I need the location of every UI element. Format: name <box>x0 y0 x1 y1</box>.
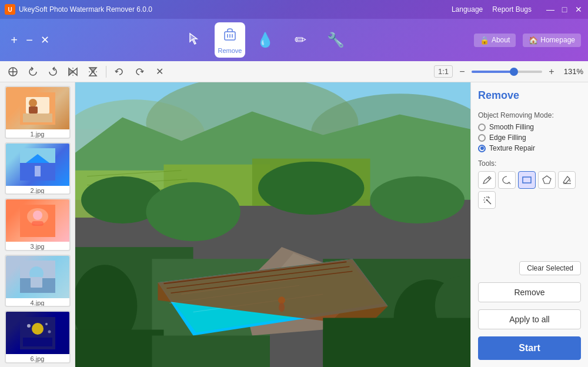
texture-repair-option[interactable]: Texture Repair <box>478 144 581 152</box>
tool-buttons: Remove 💧 ✏ 🔧 <box>59 22 472 58</box>
svg-point-24 <box>33 211 42 220</box>
toolbar-divider-1 <box>106 66 106 78</box>
cursor-tool-button[interactable] <box>5 64 21 80</box>
svg-rect-15 <box>23 114 52 122</box>
pen-tool-button[interactable]: ✏ <box>285 22 316 58</box>
about-button[interactable]: 🔒 About <box>474 34 516 47</box>
redo-button[interactable] <box>131 64 148 80</box>
right-panel: Remove Object Removing Mode: Smooth Fill… <box>470 82 588 367</box>
zoom-value: 131% <box>561 67 583 76</box>
lasso-draw-tool[interactable] <box>498 171 516 189</box>
svg-rect-73 <box>75 330 163 367</box>
file-buttons: + − ✕ <box>7 33 52 47</box>
panel-spacer <box>478 216 581 254</box>
zoom-out-button[interactable]: − <box>456 66 468 78</box>
thumbnail-4-image <box>6 256 69 298</box>
homepage-label: Homepage <box>540 36 575 44</box>
thumbnail-3[interactable]: 3.jpg <box>5 198 71 251</box>
minimize-button[interactable]: — <box>546 5 555 14</box>
app-logo: U <box>5 4 15 15</box>
start-button[interactable]: Start <box>478 336 581 360</box>
close-button[interactable]: ✕ <box>574 5 583 14</box>
svg-rect-74 <box>152 336 270 367</box>
rectangle-draw-tool[interactable] <box>518 171 536 189</box>
thumbnail-1-label: 1.jpg <box>6 129 69 139</box>
title-bar-right: Language Report Bugs — □ ✕ <box>452 5 583 14</box>
svg-rect-21 <box>35 166 41 176</box>
canvas-area[interactable] <box>75 82 470 367</box>
one-to-one-button[interactable]: 1:1 <box>434 65 453 78</box>
polygon-draw-tool[interactable] <box>538 171 556 189</box>
maximize-button[interactable]: □ <box>560 5 569 14</box>
edge-filling-radio[interactable] <box>478 134 486 142</box>
add-file-button[interactable]: + <box>7 33 21 47</box>
flip-vertical-button[interactable] <box>85 64 101 80</box>
fill-draw-tool[interactable] <box>558 171 576 189</box>
zoom-slider[interactable] <box>472 71 542 73</box>
thumbnail-3-image <box>6 199 69 242</box>
thumbnail-4-label: 4.jpg <box>6 298 69 308</box>
smooth-filling-label: Smooth Filling <box>489 123 534 131</box>
about-label: About <box>492 36 510 44</box>
zoom-in-button[interactable]: + <box>546 66 557 78</box>
undo-button[interactable] <box>111 64 128 80</box>
remove-tool-button[interactable]: Remove <box>215 22 245 58</box>
close-file-button[interactable]: ✕ <box>38 33 52 47</box>
homepage-button[interactable]: 🏠 Homepage <box>523 34 581 47</box>
title-bar: U UkeySoft Photo Watermark Remover 6.0.0… <box>0 0 588 19</box>
thumbnail-1[interactable]: 1.jpg <box>5 86 71 139</box>
svg-line-84 <box>485 198 486 199</box>
tools-section: Tools: <box>478 159 581 209</box>
thumbnail-3-label: 3.jpg <box>6 242 69 251</box>
report-bugs-link[interactable]: Report Bugs <box>492 5 532 14</box>
svg-line-85 <box>489 198 490 199</box>
thumbnail-6[interactable]: 6.jpg <box>5 311 71 363</box>
pen-draw-tool[interactable] <box>478 171 496 189</box>
svg-point-50 <box>258 162 365 215</box>
thumbnail-6-image <box>6 312 69 354</box>
drop-icon: 💧 <box>256 32 274 48</box>
remove-file-button[interactable]: − <box>22 33 36 47</box>
lock-icon: 🔒 <box>480 36 489 45</box>
select-icon <box>188 31 202 49</box>
svg-point-34 <box>45 323 48 325</box>
texture-repair-radio[interactable] <box>478 145 486 152</box>
clear-selected-button[interactable]: Clear Selected <box>519 261 581 275</box>
repair-tool-button[interactable]: 🔧 <box>320 22 351 58</box>
rotate-left-button[interactable] <box>25 64 41 80</box>
main-canvas <box>75 82 470 367</box>
svg-point-51 <box>370 176 464 223</box>
remove-button[interactable]: Remove <box>478 282 581 302</box>
svg-rect-29 <box>31 277 42 288</box>
remove-tool-label: Remove <box>218 47 242 54</box>
svg-point-49 <box>146 182 240 241</box>
svg-line-76 <box>488 178 490 179</box>
thumbnail-4[interactable]: 4.jpg <box>5 255 71 308</box>
repair-icon: 🔧 <box>327 32 345 48</box>
cancel-operation-button[interactable]: ✕ <box>151 64 168 80</box>
select-tool-button[interactable] <box>179 22 210 58</box>
texture-repair-label: Texture Repair <box>489 144 535 152</box>
edge-filling-label: Edge Filling <box>489 134 526 142</box>
svg-line-87 <box>488 196 489 198</box>
drop-tool-button[interactable]: 💧 <box>250 22 280 58</box>
thumbnail-2-label: 2.jpg <box>6 186 69 195</box>
thumbnail-2[interactable]: 2.jpg <box>5 142 71 195</box>
smooth-filling-option[interactable]: Smooth Filling <box>478 123 581 131</box>
language-link[interactable]: Language <box>452 5 483 14</box>
apply-to-all-button[interactable]: Apply to all <box>478 309 581 329</box>
home-icon: 🏠 <box>529 36 538 45</box>
app-title: UkeySoft Photo Watermark Remover 6.0.0 <box>19 5 452 14</box>
flip-horizontal-button[interactable] <box>65 64 81 80</box>
magic-wand-tool[interactable] <box>478 191 496 209</box>
rotate-right-button[interactable] <box>45 64 61 80</box>
svg-point-35 <box>48 330 51 333</box>
zoom-slider-thumb[interactable] <box>510 68 518 76</box>
svg-rect-17 <box>29 106 38 114</box>
smooth-filling-radio[interactable] <box>478 124 486 131</box>
zoom-slider-track <box>472 71 514 73</box>
edge-filling-option[interactable]: Edge Filling <box>478 134 581 142</box>
svg-marker-78 <box>543 176 551 184</box>
window-controls: — □ ✕ <box>546 5 583 14</box>
svg-rect-75 <box>323 318 470 367</box>
